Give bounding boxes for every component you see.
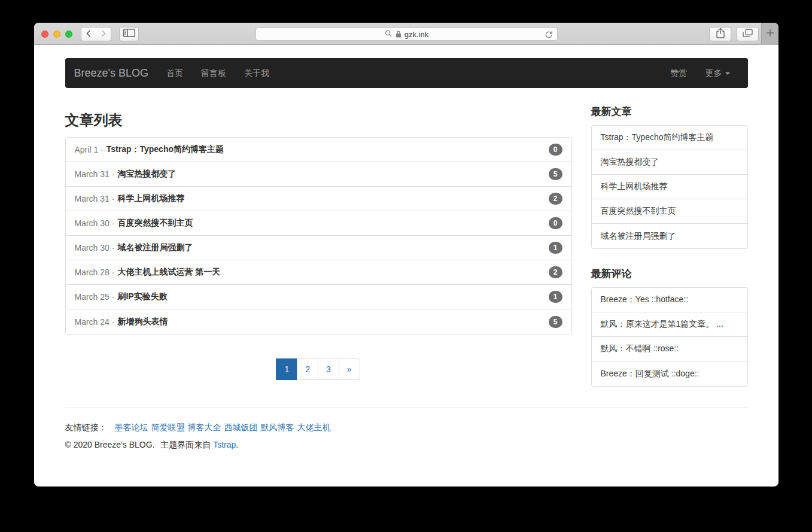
comment-count-badge: 0 — [549, 217, 562, 229]
comment-count-badge: 5 — [549, 316, 562, 328]
page-title: 文章列表 — [65, 111, 572, 130]
article-row[interactable]: March 24 · 新增狗头表情 5 — [66, 309, 571, 334]
article-title: 百度突然搜不到主页 — [117, 218, 193, 229]
url-text: gzk.ink — [405, 30, 428, 39]
article-date: March 30 · — [75, 218, 115, 228]
comment-count-badge: 2 — [549, 193, 562, 205]
latest-comments-title: 最新评论 — [591, 267, 748, 281]
article-date: March 30 · — [75, 243, 115, 253]
comment-count-badge: 1 — [549, 242, 562, 254]
latest-post-item[interactable]: 淘宝热搜都变了 — [592, 150, 747, 175]
search-icon — [385, 30, 392, 39]
friend-link[interactable]: 默风博客 — [261, 422, 294, 432]
footer-divider — [65, 408, 748, 408]
latest-posts-list: Tstrap：Typecho简约博客主题淘宝热搜都变了科学上网机场推荐百度突然搜… — [591, 125, 748, 249]
sidebar: 最新文章 Tstrap：Typecho简约博客主题淘宝热搜都变了科学上网机场推荐… — [591, 88, 748, 387]
lock-icon — [396, 31, 402, 38]
latest-comment-item[interactable]: 默风：原来这才是第1篇文章。 ... — [592, 312, 747, 337]
site-navbar: Breeze's BLOG 首页留言板关于我 赞赏 更多 — [65, 58, 748, 88]
article-title: 淘宝热搜都变了 — [117, 169, 176, 180]
friend-link[interactable]: 简爱联盟 — [151, 422, 185, 432]
site-brand[interactable]: Breeze's BLOG — [65, 67, 158, 80]
friend-link[interactable]: 大佬主机 — [297, 422, 331, 432]
article-row[interactable]: March 30 · 百度突然搜不到主页 0 — [66, 211, 571, 236]
article-list: April 1 · Tstrap：Typecho简约博客主题 0 March 3… — [65, 137, 572, 335]
pagination: 123» — [65, 358, 572, 380]
article-date: March 24 · — [75, 317, 115, 327]
address-bar[interactable]: gzk.ink — [256, 28, 558, 41]
article-date: March 31 · — [75, 194, 115, 203]
tabs-icon — [743, 29, 753, 40]
plus-icon — [766, 29, 774, 39]
friend-link[interactable]: 西城饭团 — [224, 422, 258, 432]
forward-button[interactable] — [96, 27, 111, 41]
sidebar-icon — [123, 29, 135, 39]
page-content: Breeze's BLOG 首页留言板关于我 赞赏 更多 文章列表 April … — [34, 45, 778, 486]
latest-post-item[interactable]: 科学上网机场推荐 — [592, 175, 747, 199]
minimize-window-button[interactable] — [53, 31, 60, 38]
article-row[interactable]: March 25 · 刷IP实验失败 1 — [66, 285, 571, 309]
caret-down-icon — [725, 72, 730, 75]
comment-count-badge: 1 — [549, 291, 562, 303]
share-button[interactable] — [709, 27, 731, 41]
sidebar-toggle-button[interactable] — [119, 27, 139, 41]
nav-link[interactable]: 关于我 — [235, 58, 278, 88]
article-date: April 1 · — [75, 145, 104, 154]
new-tab-button[interactable] — [761, 23, 778, 45]
pagination-item[interactable]: 1 — [276, 358, 297, 380]
back-button[interactable] — [81, 27, 96, 41]
latest-comment-item[interactable]: 默风：不错啊 ::rose:: — [592, 337, 747, 361]
browser-window: gzk.ink — [34, 23, 778, 487]
article-list-section: 文章列表 April 1 · Tstrap：Typecho简约博客主题 0 Ma… — [65, 88, 572, 387]
nav-link[interactable]: 留言板 — [192, 58, 235, 88]
theme-credit-text: 主题界面来自 — [160, 440, 211, 449]
nav-right: 赞赏 更多 — [662, 58, 739, 88]
pagination-item[interactable]: 2 — [297, 358, 318, 380]
article-title: 大佬主机上线试运营 第一天 — [117, 267, 220, 278]
friend-link[interactable]: 墨客论坛 — [115, 422, 148, 432]
reload-button[interactable] — [545, 31, 553, 39]
nav-links: 首页留言板关于我 — [157, 58, 278, 88]
comment-count-badge: 5 — [549, 168, 562, 180]
article-date: March 31 · — [75, 169, 115, 179]
article-title: Tstrap：Typecho简约博客主题 — [107, 144, 224, 155]
article-date: March 25 · — [75, 292, 115, 302]
pagination-item[interactable]: 3 — [318, 358, 339, 380]
article-title: 域名被注册局强删了 — [117, 242, 193, 253]
nav-link[interactable]: 首页 — [157, 58, 192, 88]
friend-links-label: 友情链接： — [65, 422, 107, 432]
friend-link[interactable]: 博客大全 — [188, 422, 221, 432]
latest-comments-list: Breeze：Yes ::hotface::默风：原来这才是第1篇文章。 ...… — [591, 287, 748, 387]
article-row[interactable]: March 31 · 科学上网机场推荐 2 — [66, 187, 571, 211]
latest-posts-title: 最新文章 — [591, 105, 748, 118]
latest-comment-item[interactable]: Breeze：回复测试 ::doge:: — [592, 361, 747, 386]
article-date: March 28 · — [75, 267, 115, 277]
close-window-button[interactable] — [41, 31, 48, 38]
latest-post-item[interactable]: 域名被注册局强删了 — [592, 224, 747, 248]
browser-toolbar: gzk.ink — [34, 23, 778, 45]
article-row[interactable]: March 28 · 大佬主机上线试运营 第一天 2 — [66, 260, 571, 285]
friend-links-row: 友情链接：墨客论坛简爱联盟博客大全西城饭团默风博客大佬主机 — [65, 422, 748, 433]
comment-count-badge: 0 — [549, 144, 562, 156]
latest-post-item[interactable]: Tstrap：Typecho简约博客主题 — [592, 126, 747, 150]
article-row[interactable]: March 31 · 淘宝热搜都变了 5 — [66, 162, 571, 187]
nav-link-more-dropdown[interactable]: 更多 — [697, 58, 739, 88]
copyright-text: © 2020 Breeze's BLOG. — [65, 440, 155, 449]
comment-count-badge: 2 — [549, 266, 562, 278]
copyright-row: © 2020 Breeze's BLOG. 主题界面来自 Tstrap. — [65, 440, 748, 486]
nav-link-donate[interactable]: 赞赏 — [662, 58, 697, 88]
article-row[interactable]: April 1 · Tstrap：Typecho简约博客主题 0 — [66, 138, 571, 162]
show-all-tabs-button[interactable] — [737, 27, 759, 41]
article-title: 科学上网机场推荐 — [117, 193, 184, 204]
share-icon — [716, 28, 725, 41]
latest-post-item[interactable]: 百度突然搜不到主页 — [592, 199, 747, 224]
article-title: 新增狗头表情 — [117, 317, 168, 327]
zoom-window-button[interactable] — [65, 31, 72, 38]
article-row[interactable]: March 30 · 域名被注册局强删了 1 — [66, 236, 571, 260]
theme-credit-link[interactable]: Tstrap — [213, 440, 236, 449]
article-title: 刷IP实验失败 — [117, 291, 167, 302]
pagination-item[interactable]: » — [339, 358, 360, 380]
chevron-right-icon — [101, 29, 106, 39]
chevron-left-icon — [86, 29, 91, 39]
latest-comment-item[interactable]: Breeze：Yes ::hotface:: — [592, 288, 747, 312]
